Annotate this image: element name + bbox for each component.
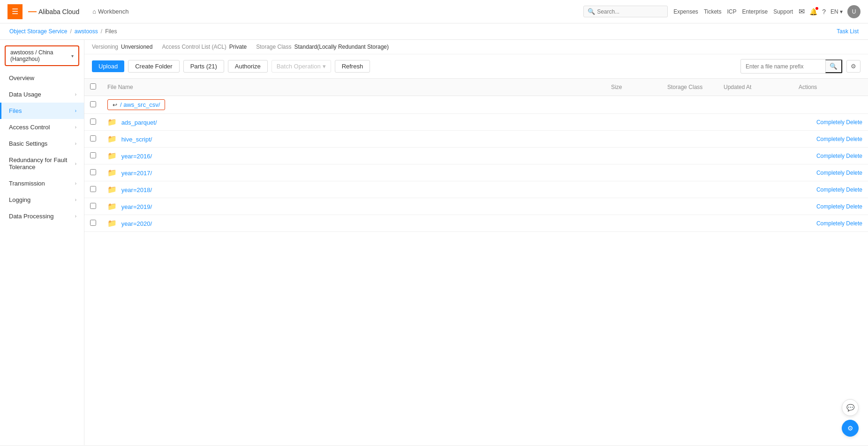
folder-link[interactable]: year=2019/ — [121, 203, 152, 210]
row-filename-cell: 📁 year=2016/ — [102, 148, 605, 164]
acl-label: Access Control List (ACL) — [162, 44, 226, 50]
authorize-button[interactable]: Authorize — [228, 60, 268, 73]
folder-link[interactable]: hive_script/ — [121, 136, 152, 143]
parts-button[interactable]: Parts (21) — [183, 60, 224, 73]
completely-delete-link[interactable]: Completely Delete — [816, 119, 862, 126]
folder-link[interactable]: year=2016/ — [121, 153, 152, 160]
icp-link[interactable]: ICP — [727, 8, 736, 15]
row-storage-class-cell — [662, 181, 718, 198]
dropdown-arrow-icon: ▾ — [71, 53, 74, 59]
avatar[interactable]: U — [847, 5, 860, 18]
chevron-right-icon-files: › — [75, 108, 76, 113]
tools-button[interactable]: ⚙ — [842, 420, 859, 437]
completely-delete-link[interactable]: Completely Delete — [816, 186, 862, 193]
row-updated-cell — [718, 215, 793, 232]
sidebar-item-access-control-label: Access Control — [9, 124, 50, 131]
sidebar-collapse-handle[interactable]: ‹ — [84, 233, 84, 252]
sidebar-item-data-processing[interactable]: Data Processing › — [0, 208, 84, 224]
folder-icon: 📁 — [107, 186, 117, 193]
back-navigation[interactable]: ↩ / aws_src_csv/ — [107, 99, 165, 110]
row-checkbox[interactable] — [90, 186, 96, 192]
message-icon[interactable]: ✉ — [799, 7, 805, 16]
support-link[interactable]: Support — [773, 8, 793, 15]
breadcrumb-current: Files — [105, 28, 117, 35]
expenses-link[interactable]: Expenses — [673, 8, 698, 15]
folder-icon: 📁 — [107, 135, 117, 143]
completely-delete-link[interactable]: Completely Delete — [816, 170, 862, 176]
header-storage-class: Storage Class — [662, 79, 718, 96]
sidebar-item-overview[interactable]: Overview — [0, 70, 84, 86]
row-checkbox[interactable] — [90, 119, 96, 125]
folder-link[interactable]: year=2020/ — [121, 220, 152, 227]
sidebar-item-data-usage[interactable]: Data Usage › — [0, 86, 84, 103]
sidebar-item-redundancy[interactable]: Redundancy for Fault Tolerance › — [0, 152, 84, 175]
header-size: Size — [605, 79, 662, 96]
row-checkbox-cell — [84, 131, 102, 148]
sidebar-item-basic-settings-label: Basic Settings — [9, 140, 47, 147]
workbench-button[interactable]: ⌂ Workbench — [89, 6, 132, 17]
global-search-box[interactable]: 🔍 — [583, 6, 668, 17]
file-search-button[interactable]: 🔍 — [825, 59, 842, 73]
breadcrumb-bucket[interactable]: awstooss — [75, 28, 98, 35]
row-checkbox[interactable] — [90, 135, 96, 141]
sidebar-item-logging[interactable]: Logging › — [0, 192, 84, 208]
feedback-button[interactable]: 💬 — [842, 399, 859, 416]
header-updated-at: Updated At — [718, 79, 793, 96]
tickets-link[interactable]: Tickets — [704, 8, 722, 15]
row-filename-cell: 📁 year=2020/ — [102, 215, 605, 232]
acl-value: Private — [229, 44, 247, 50]
row-filename-cell: 📁 year=2017/ — [102, 164, 605, 181]
search-icon: 🔍 — [588, 8, 595, 15]
row-checkbox[interactable] — [90, 152, 96, 158]
folder-link[interactable]: year=2018/ — [121, 186, 152, 193]
notification-icon[interactable]: 🔔 — [809, 8, 817, 15]
row-updated-cell — [718, 164, 793, 181]
file-search-box[interactable]: 🔍 — [740, 59, 843, 74]
global-search-input[interactable] — [597, 8, 653, 15]
sidebar-item-basic-settings[interactable]: Basic Settings › — [0, 135, 84, 152]
task-list-button[interactable]: Task List — [837, 28, 859, 35]
hamburger-button[interactable]: ☰ — [8, 4, 23, 19]
workbench-label: Workbench — [98, 8, 129, 15]
row-checkbox[interactable] — [90, 220, 96, 226]
folder-link[interactable]: year=2017/ — [121, 170, 152, 177]
batch-operation-dropdown[interactable]: Batch Operation ▾ — [272, 60, 331, 73]
sidebar-item-access-control[interactable]: Access Control › — [0, 119, 84, 135]
top-nav: ☰ — Alibaba Cloud ⌂ Workbench 🔍 Expenses… — [0, 0, 868, 23]
bucket-selector[interactable]: awstooss / China (Hangzhou) ▾ — [5, 45, 79, 66]
completely-delete-link[interactable]: Completely Delete — [816, 136, 862, 142]
help-icon[interactable]: ? — [822, 8, 826, 15]
row-size-cell — [605, 198, 662, 215]
logo-text: Alibaba Cloud — [38, 8, 79, 15]
back-row-checkbox[interactable] — [90, 101, 96, 107]
language-selector[interactable]: EN ▾ — [830, 8, 843, 15]
create-folder-button[interactable]: Create Folder — [128, 60, 179, 73]
sidebar-item-transmission[interactable]: Transmission › — [0, 175, 84, 192]
file-search-input[interactable] — [741, 61, 825, 72]
home-icon: ⌂ — [92, 8, 96, 15]
upload-button[interactable]: Upload — [92, 60, 124, 72]
breadcrumb-oss[interactable]: Object Storage Service — [9, 28, 67, 35]
select-all-checkbox[interactable] — [90, 83, 96, 89]
completely-delete-link[interactable]: Completely Delete — [816, 153, 862, 159]
row-filename-cell: 📁 ads_parquet/ — [102, 114, 605, 131]
completely-delete-link[interactable]: Completely Delete — [816, 220, 862, 227]
folder-link[interactable]: ads_parquet/ — [121, 119, 157, 126]
row-checkbox-cell — [84, 114, 102, 131]
table-settings-button[interactable]: ⚙ — [846, 60, 860, 73]
back-arrow-icon: ↩ — [113, 102, 117, 108]
row-checkbox[interactable] — [90, 169, 96, 175]
versioning-label: Versioning — [92, 44, 118, 50]
sidebar-item-files[interactable]: Files › — [0, 103, 84, 119]
enterprise-link[interactable]: Enterprise — [742, 8, 768, 15]
table-row: 📁 year=2017/ Completely Delete — [84, 164, 868, 181]
breadcrumb: Object Storage Service / awstooss / File… — [9, 28, 117, 35]
refresh-button[interactable]: Refresh — [335, 60, 370, 73]
float-buttons: 💬 ⚙ — [842, 399, 859, 437]
back-path-label: / aws_src_csv/ — [120, 101, 160, 108]
row-checkbox[interactable] — [90, 203, 96, 209]
completely-delete-link[interactable]: Completely Delete — [816, 203, 862, 210]
row-filename-cell: 📁 hive_script/ — [102, 131, 605, 148]
row-storage-class-cell — [662, 198, 718, 215]
folder-icon: 📁 — [107, 152, 117, 160]
